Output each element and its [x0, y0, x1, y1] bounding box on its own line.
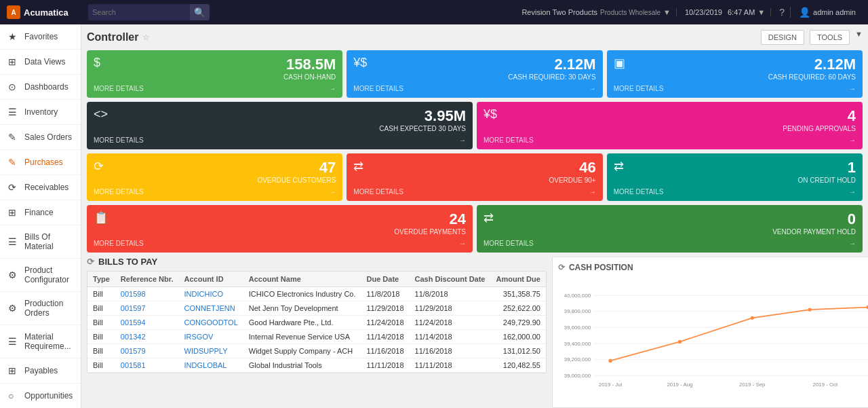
tile-label-overdue-90: OVERDUE 90+ [549, 177, 595, 184]
tile-overdue-payments[interactable]: 📋 24 OVERDUE PAYMENTS MORE DETAILS → [87, 205, 473, 253]
product-sub: Products Wholesale [600, 9, 660, 16]
tile-more-overdue-customers[interactable]: MORE DETAILS [94, 188, 144, 196]
sidebar-item-data-views[interactable]: ⊞Data Views [0, 50, 81, 75]
tile-icon-overdue-payments: 📋 [94, 210, 108, 225]
cash-pos-refresh-icon[interactable]: ⟳ [558, 263, 565, 272]
tile-more-cash-expected[interactable]: MORE DETAILS [94, 136, 144, 144]
bill-ref-link[interactable]: 001581 [121, 361, 146, 369]
cash-position-label: CASH POSITION [569, 263, 633, 272]
opportunities-icon: ○ [8, 390, 19, 401]
sidebar-item-favorites[interactable]: ★Favorites [0, 24, 81, 50]
tile-more-overdue-payments[interactable]: MORE DETAILS [94, 240, 144, 247]
sidebar-item-bills[interactable]: ☰Bills Of Material [0, 225, 81, 259]
product-config-label: Product Configurator [24, 265, 73, 284]
bill-ref-link[interactable]: 001579 [121, 347, 146, 355]
sidebar-item-receivables[interactable]: ⟳Receivables [0, 175, 81, 200]
bills-label: Bills Of Material [24, 232, 73, 251]
tile-icon-on-credit-hold: ⇄ [614, 159, 624, 174]
bill-amount: 131,012.50 [490, 344, 545, 358]
header-actions: DESIGN TOOLS ▼ [761, 30, 863, 45]
sidebar-item-product-config[interactable]: ⚙Product Configurator [0, 259, 81, 292]
tools-button[interactable]: TOOLS [810, 30, 850, 45]
bill-discount-date: 11/16/2018 [410, 344, 491, 358]
bill-account-link[interactable]: CONGOODTOL [184, 318, 238, 327]
sidebar-item-finance[interactable]: ⊞Finance [0, 200, 81, 225]
design-button[interactable]: DESIGN [761, 30, 804, 45]
bill-account-link[interactable]: INDICHICO [184, 290, 223, 298]
bill-due-date: 11/24/2018 [361, 316, 410, 330]
bill-account-id: CONGOODTOL [179, 316, 243, 330]
bill-type: Bill [87, 316, 115, 330]
sidebar-item-dashboards[interactable]: ⊙Dashboards [0, 75, 81, 100]
svg-text:2019 - Sep: 2019 - Sep [739, 382, 766, 388]
tile-label-overdue-customers: OVERDUE CUSTOMERS [257, 177, 336, 184]
tiles-row-2: <> 3.95M CASH EXPECTED 30 DAYS MORE DETA… [87, 102, 863, 149]
tile-more-cash-req-60[interactable]: MORE DETAILS [614, 85, 664, 92]
help-section[interactable]: ? [774, 7, 791, 18]
tile-label-overdue-payments: OVERDUE PAYMENTS [394, 228, 466, 236]
finance-label: Finance [24, 208, 54, 217]
bill-due-date: 11/14/2018 [361, 330, 410, 344]
bills-refresh-icon[interactable]: ⟳ [87, 257, 94, 267]
tile-cash-req-30[interactable]: ¥$ 2.12M CASH REQUIRED: 30 DAYS MORE DET… [347, 50, 602, 98]
bill-due-date: 11/16/2018 [361, 344, 410, 358]
tools-dropdown-icon[interactable]: ▼ [855, 30, 863, 45]
svg-text:39,200,000: 39,200,000 [564, 356, 591, 363]
sidebar-item-sales-orders[interactable]: ✎Sales Orders [0, 125, 81, 150]
tile-icon-pending-approvals: ¥$ [484, 107, 497, 122]
table-row: Bill 001342 IRSGOV Internal Revenue Serv… [87, 330, 546, 344]
bill-account-link[interactable]: WIDSUPPLY [184, 347, 228, 355]
bill-account-link[interactable]: CONNETJENN [184, 304, 235, 312]
tile-icon-cash-req-30: ¥$ [353, 56, 367, 70]
tile-overdue-90[interactable]: ⇄ 46 OVERDUE 90+ MORE DETAILS → [347, 153, 602, 201]
tile-vendor-payment-hold[interactable]: ⇄ 0 VENDOR PAYMENT HOLD MORE DETAILS → [477, 205, 863, 253]
sales-orders-icon: ✎ [8, 132, 19, 143]
bill-ref: 001598 [115, 287, 179, 301]
favorite-star-icon[interactable]: ☆ [142, 33, 150, 42]
receivables-icon: ⟳ [8, 182, 19, 193]
app-logo[interactable]: A Acumatica [7, 5, 81, 19]
sidebar-item-production[interactable]: ⚙Production Orders [0, 292, 81, 325]
sidebar-item-payables[interactable]: ⊞Payables [0, 358, 81, 384]
tile-arrow-vendor-payment-hold: → [849, 240, 856, 247]
tile-overdue-customers[interactable]: ⟳ 47 OVERDUE CUSTOMERS MORE DETAILS → [87, 153, 342, 201]
svg-point-14 [751, 316, 754, 320]
tile-cash-req-60[interactable]: ▣ 2.12M CASH REQUIRED: 60 DAYS MORE DETA… [607, 50, 863, 98]
tile-value-overdue-payments: 24 [394, 210, 466, 228]
tile-more-pending-approvals[interactable]: MORE DETAILS [484, 136, 534, 144]
datetime-info[interactable]: 10/23/2019 6:47 AM ▼ [679, 8, 771, 16]
search-button[interactable]: 🔍 [190, 4, 210, 20]
bill-ref-link[interactable]: 001598 [121, 290, 146, 298]
bills-col-header: Account Name [243, 272, 361, 287]
svg-text:39,400,000: 39,400,000 [564, 341, 591, 347]
tile-more-overdue-90[interactable]: MORE DETAILS [353, 188, 403, 196]
tile-more-vendor-payment-hold[interactable]: MORE DETAILS [484, 240, 534, 247]
search-input[interactable] [88, 4, 190, 20]
product-info[interactable]: Revision Two Products Products Wholesale… [516, 8, 677, 16]
sidebar-item-purchases[interactable]: ✎Purchases [0, 150, 81, 175]
bill-account-link[interactable]: IRSGOV [184, 333, 214, 341]
tile-more-cash-on-hand[interactable]: MORE DETAILS [94, 85, 144, 92]
bill-ref-link[interactable]: 001594 [121, 318, 146, 327]
tile-more-on-credit-hold[interactable]: MORE DETAILS [614, 188, 664, 196]
sidebar-item-inventory[interactable]: ☰Inventory [0, 100, 81, 125]
tile-cash-on-hand[interactable]: $ 158.5M CASH ON-HAND MORE DETAILS → [87, 50, 342, 98]
tile-more-cash-req-30[interactable]: MORE DETAILS [353, 85, 403, 92]
tile-on-credit-hold[interactable]: ⇄ 1 ON CREDIT HOLD MORE DETAILS → [607, 153, 863, 201]
bill-ref-link[interactable]: 001597 [121, 304, 146, 312]
logo-icon: A [7, 5, 20, 19]
bill-account-link[interactable]: INDGLOBAL [184, 361, 227, 369]
bills-title: BILLS TO PAY [98, 257, 157, 267]
user-section[interactable]: 👤 admin admin [793, 7, 861, 18]
tiles-row-3: ⟳ 47 OVERDUE CUSTOMERS MORE DETAILS → ⇄ … [87, 153, 863, 201]
bill-ref-link[interactable]: 001342 [121, 333, 146, 341]
tile-cash-expected[interactable]: <> 3.95M CASH EXPECTED 30 DAYS MORE DETA… [87, 102, 473, 149]
sidebar-item-opportunities[interactable]: ○Opportunities [0, 384, 81, 408]
tile-pending-approvals[interactable]: ¥$ 4 PENDING APPROVALS MORE DETAILS → [477, 102, 863, 149]
table-row: Bill 001581 INDGLOBAL Global Industrial … [87, 358, 546, 373]
svg-text:39,600,000: 39,600,000 [564, 324, 591, 331]
bill-amount: 252,622.00 [490, 301, 545, 316]
tile-arrow-overdue-90: → [589, 188, 596, 196]
bills-section-header: ⟳ BILLS TO PAY [87, 257, 547, 267]
sidebar-item-material[interactable]: ☰Material Requireme... [0, 325, 81, 358]
